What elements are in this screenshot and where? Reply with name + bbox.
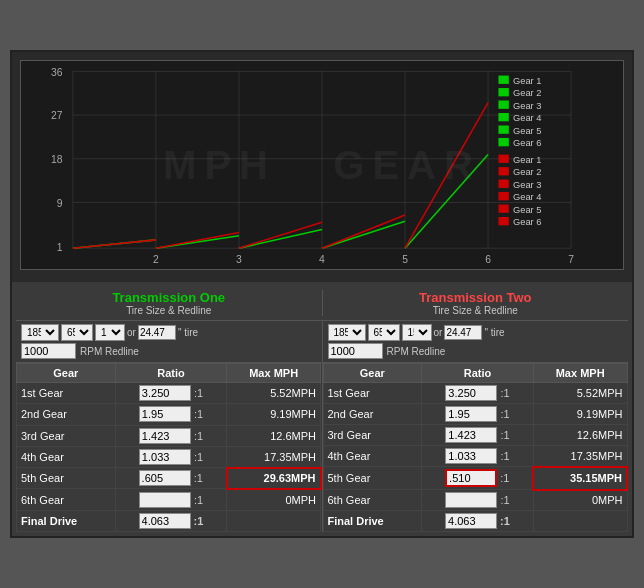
svg-text:5: 5 [402,254,408,265]
tire-ratio-select-2[interactable]: 65 [368,324,400,341]
svg-text:18: 18 [51,154,63,165]
ratio-colon: :1 [497,387,509,399]
max-mph-cell: 12.6MPH [227,425,321,446]
ratio-input[interactable] [139,428,191,444]
ratio-input[interactable] [445,492,497,508]
svg-text:2: 2 [153,254,159,265]
chart-inner: MPH GEAR 36 27 18 9 [20,60,624,270]
col-mph-2: Max MPH [533,364,627,383]
gear-ratio-cell: :1 [422,467,534,490]
ratio-input[interactable] [445,406,497,422]
gear-label: 2nd Gear [323,404,422,425]
tire-computed-1[interactable] [138,325,176,340]
gear-label: Final Drive [323,511,422,532]
trans-one-header: Transmission One Tire Size & Redline [16,290,322,316]
gear-ratio-cell: :1 [422,490,534,511]
ratio-input[interactable] [139,385,191,401]
ratio-colon: :1 [497,408,509,420]
ratio-colon: :1 [497,515,510,527]
tire-width-select-2[interactable]: 185/ [328,324,366,341]
ratio-input[interactable] [139,513,191,529]
gear-label: 1st Gear [323,383,422,404]
col-ratio-1: Ratio [115,364,227,383]
gear-label: 6th Gear [17,489,116,510]
gear-label: 1st Gear [17,383,116,404]
ratio-input[interactable] [445,427,497,443]
gear-label: 4th Gear [17,446,116,467]
svg-text:36: 36 [51,67,63,78]
svg-text:Gear 3: Gear 3 [513,180,542,190]
ratio-input[interactable] [139,406,191,422]
svg-rect-47 [498,167,508,175]
ratio-input[interactable] [445,448,497,464]
svg-text:7: 7 [568,254,574,265]
max-mph-cell: 17.35MPH [533,446,627,467]
ratio-input[interactable] [139,449,191,465]
svg-line-30 [239,222,322,248]
rpm-input-1[interactable] [21,343,76,359]
max-mph-cell: 35.15MPH [533,467,627,490]
trans-one-table: Gear Ratio Max MPH 1st Gear :15.52MPH2nd… [16,363,322,532]
svg-text:Gear 5: Gear 5 [513,205,542,215]
chart-area: MPH GEAR 36 27 18 9 [12,52,632,282]
svg-line-32 [405,103,488,249]
rpm-input-2[interactable] [328,343,383,359]
ratio-input[interactable] [445,385,497,401]
svg-text:1: 1 [57,242,63,253]
trans-one-tire: 185/ 65 15 or " tire RPM Redline [16,321,322,362]
rpm-label-2: RPM Redline [387,346,446,357]
svg-text:Gear 2: Gear 2 [513,88,542,98]
ratio-colon: :1 [191,408,203,420]
tire-width-select-1[interactable]: 185/ [21,324,59,341]
svg-text:27: 27 [51,110,63,121]
trans-one-title: Transmission One [16,290,322,305]
ratio-colon: :1 [497,429,509,441]
col-gear-2: Gear [323,364,422,383]
svg-rect-37 [498,101,508,109]
inch-label-2: " tire [484,327,504,338]
trans-one-subtitle: Tire Size & Redline [16,305,322,316]
gear-label: 6th Gear [323,490,422,511]
tire-diam-select-1[interactable]: 15 [95,324,125,341]
ratio-input[interactable] [445,513,497,529]
trans-two-table: Gear Ratio Max MPH 1st Gear :15.52MPH2nd… [323,363,629,532]
svg-text:4: 4 [319,254,325,265]
svg-rect-53 [498,205,508,213]
max-mph-cell: 17.35MPH [227,446,321,467]
svg-rect-45 [498,155,508,163]
svg-line-29 [156,233,239,249]
gear-ratio-cell: :1 [115,404,227,425]
gear-ratio-cell: :1 [115,446,227,467]
ratio-colon: :1 [191,472,203,484]
svg-rect-49 [498,180,508,188]
tire-computed-2[interactable] [444,325,482,340]
max-mph-cell: 9.19MPH [533,404,627,425]
tire-diam-select-2[interactable]: 15 [402,324,432,341]
svg-rect-43 [498,138,508,146]
svg-line-25 [239,229,322,248]
ratio-input[interactable] [445,469,497,487]
gear-ratio-cell: :1 [115,489,227,510]
svg-rect-39 [498,113,508,121]
ratio-colon: :1 [191,515,204,527]
max-mph-cell: 5.52MPH [533,383,627,404]
svg-text:Gear 1: Gear 1 [513,76,542,86]
or-label-2: or [434,327,443,338]
svg-text:3: 3 [236,254,242,265]
ratio-colon: :1 [191,451,203,463]
svg-text:Gear 4: Gear 4 [513,192,542,202]
max-mph-cell [227,510,321,531]
max-mph-cell [533,511,627,532]
col-ratio-2: Ratio [422,364,534,383]
gear-ratio-cell: :1 [422,404,534,425]
ratio-colon: :1 [497,450,509,462]
col-gear-1: Gear [17,364,116,383]
svg-text:Gear 6: Gear 6 [513,138,542,148]
svg-line-31 [322,215,405,248]
svg-text:Gear 4: Gear 4 [513,113,542,123]
svg-text:Gear 6: Gear 6 [513,217,542,227]
tire-ratio-select-1[interactable]: 65 [61,324,93,341]
ratio-input[interactable] [139,492,191,508]
chart-svg: 36 27 18 9 1 2 3 4 5 6 7 [21,61,623,269]
ratio-input[interactable] [139,470,191,486]
